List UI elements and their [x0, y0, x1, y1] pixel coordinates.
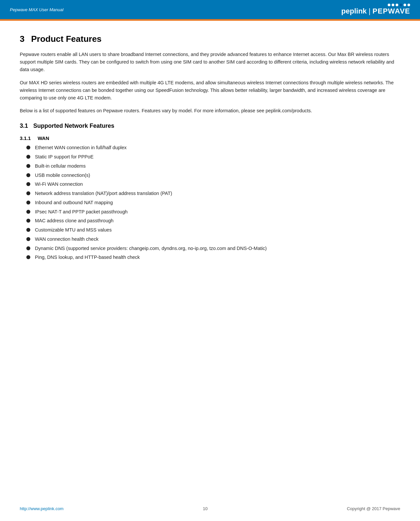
- list-item: Static IP support for PPPoE: [26, 153, 400, 161]
- chapter-title: Product Features: [31, 34, 101, 44]
- dot-2: [392, 4, 394, 6]
- dot-5: [404, 4, 406, 6]
- paragraph-1: Pepwave routers enable all LAN users to …: [20, 51, 400, 74]
- bullet-dot-icon: [26, 210, 30, 214]
- bullet-dot-icon: [26, 155, 30, 159]
- bullet-text: USB mobile connection(s): [35, 172, 400, 179]
- list-item: Ethernet WAN connection in full/half dup…: [26, 144, 400, 151]
- bullet-dot-icon: [26, 237, 30, 241]
- bullet-text: WAN connection health check: [35, 236, 400, 243]
- bullet-dot-icon: [26, 219, 30, 223]
- dot-6: [407, 4, 410, 6]
- logo-dots: [388, 4, 410, 6]
- pepwave-logo-text: PEPWAVE: [373, 7, 410, 15]
- bullet-text: Wi-Fi WAN connection: [35, 181, 400, 188]
- section-number: 3.1: [20, 123, 28, 129]
- section-3-1-heading: 3.1 Supported Network Features: [20, 123, 400, 129]
- logo-row: peplink | PEPWAVE: [341, 7, 410, 15]
- list-item: Network address translation (NAT)/port a…: [26, 190, 400, 197]
- peplink-logo-text: peplink: [341, 7, 367, 15]
- bullet-text: Ethernet WAN connection in full/half dup…: [35, 144, 400, 151]
- dot-1: [388, 4, 390, 6]
- chapter-number: 3: [20, 34, 24, 44]
- bullet-dot-icon: [26, 173, 30, 177]
- dot-3: [396, 4, 398, 6]
- list-item: Dynamic DNS (supported service providers…: [26, 245, 400, 252]
- main-content: 3 Product Features Pepwave routers enabl…: [0, 21, 420, 278]
- bullet-dot-icon: [26, 228, 30, 232]
- list-item: Customizable MTU and MSS values: [26, 227, 400, 234]
- bullet-dot-icon: [26, 246, 30, 250]
- bullet-text: Network address translation (NAT)/port a…: [35, 190, 400, 197]
- bullet-text: IPsec NAT-T and PPTP packet passthrough: [35, 208, 400, 216]
- bullet-text: Dynamic DNS (supported service providers…: [35, 245, 400, 252]
- page-footer: http://www.peplink.com 10 Copyright @ 20…: [0, 506, 420, 511]
- list-item: IPsec NAT-T and PPTP packet passthrough: [26, 208, 400, 216]
- wan-feature-list: Ethernet WAN connection in full/half dup…: [20, 144, 400, 261]
- bullet-text: Customizable MTU and MSS values: [35, 227, 400, 234]
- bullet-dot-icon: [26, 201, 30, 205]
- footer-url: http://www.peplink.com: [20, 506, 64, 511]
- subsection-title: WAN: [38, 135, 49, 141]
- list-item: Ping, DNS lookup, and HTTP-based health …: [26, 254, 400, 261]
- bullet-dot-icon: [26, 164, 30, 168]
- section-title: Supported Network Features: [33, 123, 114, 129]
- list-item: USB mobile connection(s): [26, 172, 400, 179]
- page-header: Pepwave MAX User Manual peplink | PEPWAV…: [0, 0, 420, 19]
- bullet-text: Built-in cellular modems: [35, 163, 400, 170]
- chapter-heading: 3 Product Features: [20, 34, 400, 44]
- footer-page-number: 10: [203, 506, 208, 511]
- subsection-3-1-1-heading: 3.1.1 WAN: [20, 135, 400, 141]
- bullet-text: Static IP support for PPPoE: [35, 153, 400, 161]
- logo-area: peplink | PEPWAVE: [341, 4, 410, 15]
- subsection-number: 3.1.1: [20, 135, 31, 141]
- bullet-text: Ping, DNS lookup, and HTTP-based health …: [35, 254, 400, 261]
- bullet-dot-icon: [26, 146, 30, 150]
- paragraph-3: Below is a list of supported features on…: [20, 107, 400, 115]
- logo-pipe: |: [369, 7, 371, 15]
- footer-copyright: Copyright @ 2017 Pepwave: [347, 506, 400, 511]
- list-item: MAC address clone and passthrough: [26, 217, 400, 225]
- paragraph-2: Our MAX HD series wireless routers are e…: [20, 79, 400, 102]
- bullet-text: Inbound and outbound NAT mapping: [35, 199, 400, 206]
- list-item: Built-in cellular modems: [26, 163, 400, 170]
- bullet-dot-icon: [26, 191, 30, 195]
- list-item: WAN connection health check: [26, 236, 400, 243]
- manual-title: Pepwave MAX User Manual: [10, 7, 64, 12]
- dot-4: [400, 4, 402, 6]
- list-item: Inbound and outbound NAT mapping: [26, 199, 400, 206]
- bullet-dot-icon: [26, 182, 30, 186]
- list-item: Wi-Fi WAN connection: [26, 181, 400, 188]
- bullet-dot-icon: [26, 255, 30, 259]
- bullet-text: MAC address clone and passthrough: [35, 217, 400, 225]
